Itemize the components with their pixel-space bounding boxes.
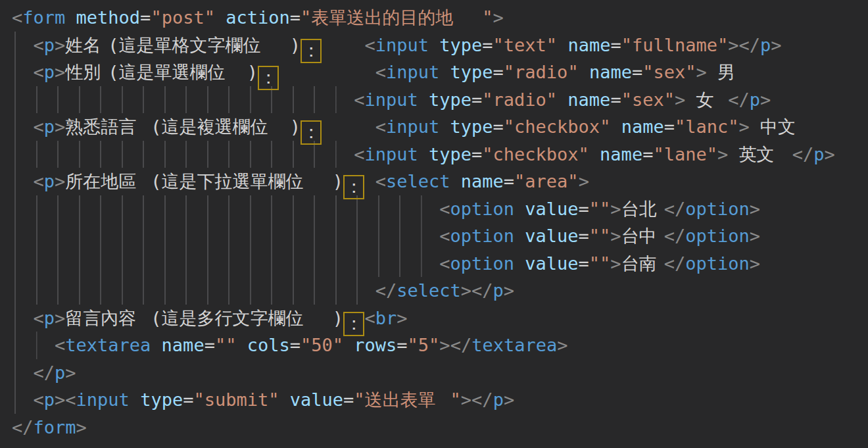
code-token: = <box>290 7 301 28</box>
code-token: input <box>364 144 418 164</box>
code-line[interactable]: <p><input type="submit" value="送出表單"></p… <box>12 386 856 414</box>
code-line[interactable]: <p>性別(這是單選欄位)： <input type="radio" name=… <box>12 59 856 86</box>
code-token: "" <box>589 226 611 246</box>
code-token: </ <box>664 199 686 219</box>
code-token: p <box>813 144 824 164</box>
code-token: = <box>290 335 301 355</box>
code-token: < <box>439 199 450 219</box>
code-token: input <box>364 89 418 110</box>
code-token: </ <box>34 362 55 383</box>
code-token: cols <box>247 335 290 355</box>
code-token <box>589 144 600 164</box>
cjk-text: 送出表單 <box>365 386 450 414</box>
code-token: < <box>375 116 386 137</box>
code-token <box>12 62 34 82</box>
code-token <box>418 89 429 110</box>
code-token: < <box>439 253 450 274</box>
code-token: type <box>140 389 183 410</box>
code-line[interactable]: <textarea name="" cols="50" rows="5"></t… <box>12 332 856 359</box>
code-line[interactable]: <option value="">台中</option> <box>12 222 856 250</box>
code-token: < <box>364 308 375 328</box>
code-token: p <box>493 280 504 301</box>
code-line[interactable]: <option value="">台北</option> <box>12 195 856 223</box>
code-token: p <box>44 308 55 328</box>
code-token: > <box>76 417 87 437</box>
code-token <box>130 389 140 410</box>
code-token <box>12 389 34 410</box>
code-token: </ <box>664 253 686 274</box>
code-token: > <box>610 226 621 246</box>
code-editor[interactable]: <form method="post" action="表單送出的目的地"> <… <box>0 0 856 444</box>
cjk-text: 這是單選欄位 <box>119 59 247 86</box>
code-token: name <box>621 116 664 137</box>
code-token: > <box>610 199 621 219</box>
code-token: "" <box>589 253 611 274</box>
code-token: textarea <box>65 335 151 355</box>
code-token: </ <box>792 144 814 164</box>
code-token <box>579 62 589 82</box>
code-line[interactable]: <input type="radio" name="sex"> 女 </p> <box>12 86 856 114</box>
code-token: </ <box>728 89 750 110</box>
code-token: </ <box>450 335 472 355</box>
code-token: < <box>34 35 44 55</box>
cjk-text: 台南 <box>621 250 664 278</box>
code-token: > <box>55 62 65 82</box>
code-token: 男 <box>707 62 739 82</box>
code-line[interactable]: <p>留言內容(這是多行文字欄位)：<br> <box>12 305 856 332</box>
code-token: 所在地區(這是下拉選單欄位) <box>65 171 343 191</box>
code-token <box>439 116 450 137</box>
code-token: > <box>55 308 65 328</box>
code-token: > <box>610 253 621 274</box>
code-token <box>322 35 364 55</box>
cjk-text: 性別 <box>65 59 108 86</box>
code-token: option <box>685 253 750 274</box>
code-token: < <box>65 389 76 410</box>
code-token: type <box>450 62 493 82</box>
cjk-text: 姓名 <box>65 32 108 59</box>
code-token: "lanc" <box>675 116 739 137</box>
code-token: </ <box>471 389 493 410</box>
code-line[interactable]: <input type="checkbox" name="lane"> 英文 <… <box>12 141 856 168</box>
code-token <box>439 62 450 82</box>
cjk-text: 所在地區 <box>65 168 151 195</box>
code-token: "5" <box>408 335 440 355</box>
code-token <box>418 144 429 164</box>
code-token: </ <box>739 35 761 55</box>
code-token: "radio" <box>504 62 579 82</box>
code-line[interactable]: <form method="post" action="表單送出的目的地"> <box>12 4 856 32</box>
code-token: 英文 <box>728 144 792 164</box>
code-token <box>557 89 567 110</box>
code-token: < <box>354 89 364 110</box>
code-token: p <box>55 362 65 383</box>
code-token: < <box>439 226 450 246</box>
code-line[interactable]: </form> <box>12 414 856 441</box>
code-token <box>610 116 621 137</box>
code-token: action <box>226 7 290 28</box>
code-line[interactable]: </select></p> <box>12 277 856 305</box>
code-token: 女 <box>685 89 728 110</box>
code-token: = <box>140 7 151 28</box>
code-token <box>343 335 354 355</box>
code-token: "fullname" <box>621 35 729 55</box>
code-token: = <box>632 62 642 82</box>
cjk-text: 這是複選欄位 <box>162 113 290 141</box>
code-token: = <box>504 171 514 191</box>
code-line[interactable]: <p>熟悉語言(這是複選欄位)： <input type="checkbox" … <box>12 113 856 141</box>
code-token: > <box>750 253 760 274</box>
code-token: = <box>205 335 215 355</box>
code-line[interactable]: <p>姓名(這是單格文字欄位)： <input type="text" name… <box>12 32 856 59</box>
code-line[interactable]: <p>所在地區(這是下拉選單欄位)： <select name="area"> <box>12 168 856 195</box>
code-token: = <box>579 253 589 274</box>
code-token: > <box>55 171 65 191</box>
cjk-text: 台北 <box>621 195 664 223</box>
code-line[interactable]: <option value="">台南</option> <box>12 250 856 278</box>
code-token: = <box>642 144 653 164</box>
code-token: = <box>579 226 589 246</box>
code-token <box>279 62 375 82</box>
code-token: "radio" <box>482 89 557 110</box>
code-line[interactable]: </p> <box>12 359 856 387</box>
cjk-text: 這是單格文字欄位 <box>119 32 290 59</box>
code-token <box>429 35 439 55</box>
code-token: = <box>343 389 354 410</box>
code-token: p <box>44 116 55 137</box>
